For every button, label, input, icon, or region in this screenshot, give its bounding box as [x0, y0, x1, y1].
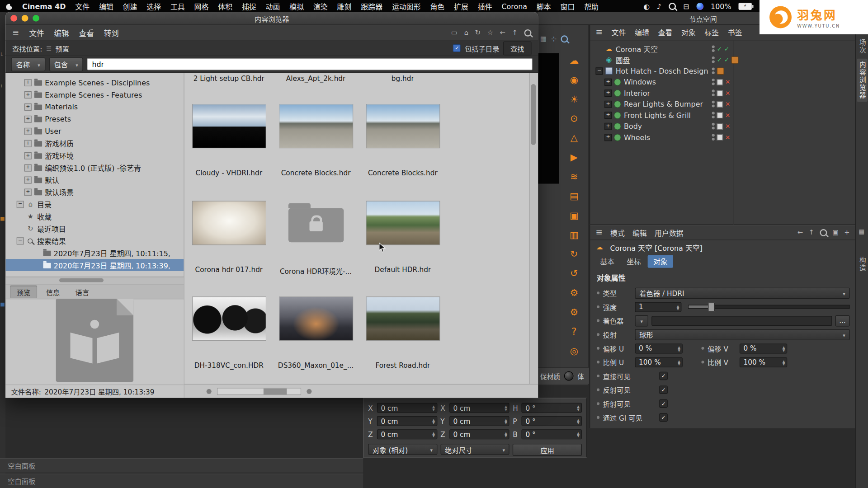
- rotation-h-field[interactable]: 0 °: [522, 403, 582, 413]
- gear-icon[interactable]: ⚙: [567, 306, 580, 318]
- tab-language[interactable]: 语言: [69, 285, 96, 298]
- asset-tile[interactable]: Concrete Blocks.hdr: [272, 104, 359, 177]
- menu-item[interactable]: 窗口: [561, 1, 575, 11]
- position-x-field[interactable]: 0 cm: [377, 403, 437, 413]
- find-button[interactable]: 查找: [503, 41, 531, 55]
- coord-mode-select[interactable]: 对象 (相对): [368, 444, 437, 455]
- om-menu-item[interactable]: 文件: [612, 27, 626, 37]
- keyframe-dot[interactable]: [597, 347, 599, 350]
- stepper-icon[interactable]: [576, 418, 580, 424]
- search-icon[interactable]: [524, 29, 532, 36]
- layers-icon[interactable]: ▤: [567, 190, 580, 202]
- visibility-dots[interactable]: [712, 134, 715, 141]
- tab-coordinates[interactable]: 坐标: [621, 255, 646, 267]
- blank-panel[interactable]: 空白面板: [0, 474, 363, 488]
- object-item[interactable]: Rear Lights & Bumper: [590, 99, 855, 109]
- rotation-b-field[interactable]: 0 °: [522, 429, 582, 439]
- material-sphere-icon[interactable]: [564, 371, 574, 381]
- refract-visible-checkbox[interactable]: [659, 399, 667, 408]
- type-select[interactable]: 着色器 / HDRI: [635, 287, 849, 298]
- corona-sky-icon[interactable]: ☁: [567, 54, 580, 66]
- disabled-cross-icon[interactable]: [725, 123, 730, 129]
- hdr-thumbnail[interactable]: [366, 104, 439, 148]
- expander-icon[interactable]: [24, 188, 32, 196]
- editor-dot[interactable]: [717, 79, 723, 84]
- stepper-icon[interactable]: [675, 304, 679, 310]
- add-icon[interactable]: +: [844, 229, 849, 236]
- scrollbar-thumb[interactable]: [531, 84, 536, 145]
- rail-tab-takes[interactable]: 场次: [857, 37, 868, 56]
- grid-icon[interactable]: ▦: [859, 228, 864, 235]
- tab-info[interactable]: 信息: [39, 285, 66, 298]
- expander-icon[interactable]: [596, 67, 603, 75]
- grid-icon[interactable]: ▣: [832, 229, 839, 236]
- size-x-field[interactable]: 0 cm: [449, 403, 509, 413]
- keyframe-dot[interactable]: [701, 361, 704, 363]
- tree-item[interactable]: 默认: [5, 174, 184, 186]
- visibility-dots[interactable]: [712, 79, 715, 85]
- stepper-icon[interactable]: [503, 432, 507, 437]
- stepper-icon[interactable]: [781, 359, 785, 365]
- zoom-in-dot[interactable]: [307, 389, 311, 394]
- blank-panel[interactable]: 空白面板: [0, 458, 363, 473]
- object-item[interactable]: Corona 天空: [590, 43, 855, 54]
- composite-icon[interactable]: ▥: [567, 229, 580, 241]
- position-y-field[interactable]: 0 cm: [377, 416, 437, 426]
- hdr-thumbnail[interactable]: [279, 297, 353, 341]
- menu-item[interactable]: 插件: [478, 1, 492, 11]
- disabled-cross-icon[interactable]: [725, 112, 730, 118]
- refresh-icon[interactable]: ↻: [475, 29, 481, 37]
- direct-visible-checkbox[interactable]: [659, 372, 667, 380]
- menu-item[interactable]: 网格: [194, 1, 209, 11]
- hdr-thumbnail[interactable]: [193, 202, 266, 245]
- back-icon[interactable]: ←: [500, 29, 505, 37]
- browser-menu-item[interactable]: 编辑: [54, 27, 69, 38]
- offset-u-field[interactable]: 0 %: [635, 343, 682, 353]
- shader-field[interactable]: [651, 316, 832, 326]
- expander-icon[interactable]: [24, 115, 32, 122]
- enabled-check-icon[interactable]: [717, 46, 722, 52]
- editor-dot[interactable]: [717, 123, 723, 129]
- target-icon[interactable]: ◎: [567, 345, 580, 357]
- sphere-rotate-icon[interactable]: ↻: [567, 248, 580, 260]
- expander-icon[interactable]: [604, 134, 612, 141]
- visibility-dots[interactable]: [712, 123, 715, 130]
- menu-item[interactable]: 捕捉: [242, 1, 256, 11]
- tab-basic[interactable]: 基本: [594, 255, 620, 267]
- corona-light-icon[interactable]: ◉: [567, 74, 580, 86]
- scale-v-field[interactable]: 100 %: [740, 357, 787, 367]
- hdr-thumbnail[interactable]: [279, 104, 353, 148]
- hair-icon[interactable]: ≋: [567, 170, 580, 183]
- asset-tile[interactable]: DH-318VC_con.HDR: [185, 297, 272, 370]
- stepper-icon[interactable]: [431, 418, 435, 424]
- projection-select[interactable]: 球形: [635, 329, 849, 340]
- frame-icon[interactable]: ▣: [567, 209, 580, 221]
- menu-item[interactable]: 雕刻: [337, 1, 352, 11]
- visibility-dots[interactable]: [712, 45, 715, 52]
- tree-item[interactable]: Presets: [5, 113, 184, 125]
- menu-item[interactable]: 体积: [218, 1, 232, 11]
- hamburger-icon[interactable]: [596, 27, 603, 37]
- tree-item[interactable]: 收藏: [5, 210, 184, 222]
- asset-label[interactable]: 2 Light setup CB.hdr: [185, 74, 272, 82]
- zoom-tool-icon[interactable]: [561, 35, 568, 42]
- tree-item[interactable]: 游戏环境: [5, 150, 184, 162]
- keyframe-dot[interactable]: [701, 347, 704, 350]
- am-menu-item[interactable]: 模式: [610, 227, 625, 238]
- zoom-thumb[interactable]: [263, 389, 286, 394]
- expander-icon[interactable]: [24, 103, 32, 110]
- object-item[interactable]: Wheels: [590, 131, 855, 142]
- tree-item[interactable]: Example Scenes - Disciplines: [5, 76, 184, 89]
- grid-icon[interactable]: ▦: [540, 35, 547, 42]
- expander-icon[interactable]: [24, 152, 32, 159]
- menu-item[interactable]: 渲染: [313, 1, 328, 11]
- siri-icon[interactable]: [696, 3, 703, 10]
- browser-menu-item[interactable]: 转到: [104, 27, 119, 38]
- menu-item[interactable]: 脚本: [537, 1, 551, 11]
- cone-light-icon[interactable]: △: [567, 131, 580, 144]
- keyframe-dot[interactable]: [597, 333, 599, 336]
- menu-item[interactable]: 工具: [170, 1, 185, 11]
- object-item[interactable]: Front Lights & Grill: [590, 109, 855, 120]
- asset-tile[interactable]: Default HDR.hdr: [359, 202, 446, 276]
- tree-item-selected[interactable]: 2020年7月23日 星期四, 10:13:39,: [5, 259, 184, 271]
